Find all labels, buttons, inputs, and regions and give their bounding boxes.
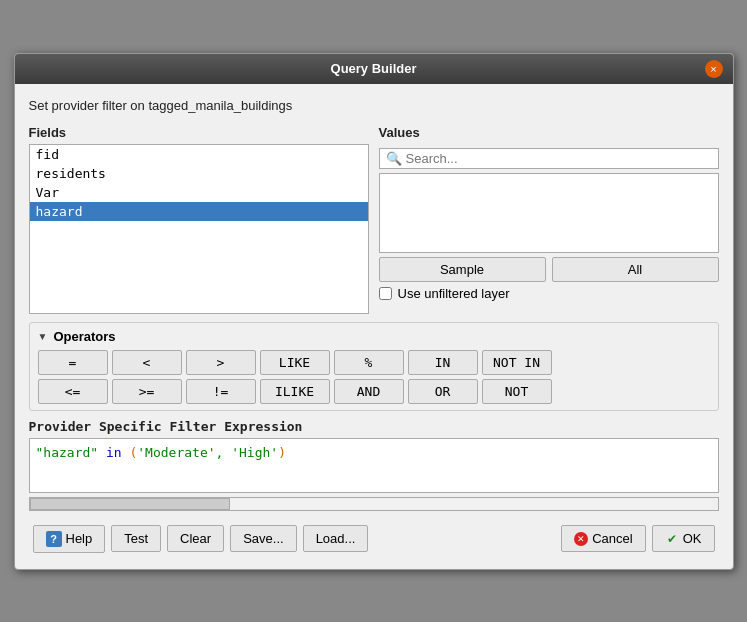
values-buttons: Sample All bbox=[379, 257, 719, 282]
clear-button[interactable]: Clear bbox=[167, 525, 224, 552]
load-label: Load... bbox=[316, 531, 356, 546]
title-bar: Query Builder × bbox=[15, 54, 733, 84]
dialog-body: Set provider filter on tagged_manila_bui… bbox=[15, 84, 733, 569]
operators-row-2: <= >= != ILIKE AND OR NOT bbox=[38, 379, 710, 404]
fields-label: Fields bbox=[29, 125, 369, 140]
operators-header: ▼ Operators bbox=[38, 329, 710, 344]
sample-button[interactable]: Sample bbox=[379, 257, 546, 282]
subtitle: Set provider filter on tagged_manila_bui… bbox=[29, 94, 719, 117]
clear-label: Clear bbox=[180, 531, 211, 546]
test-button[interactable]: Test bbox=[111, 525, 161, 552]
save-button[interactable]: Save... bbox=[230, 525, 296, 552]
query-builder-dialog: Query Builder × Set provider filter on t… bbox=[14, 53, 734, 570]
close-button[interactable]: × bbox=[705, 60, 723, 78]
cancel-button[interactable]: ✕ Cancel bbox=[561, 525, 645, 552]
op-equals[interactable]: = bbox=[38, 350, 108, 375]
save-label: Save... bbox=[243, 531, 283, 546]
load-button[interactable]: Load... bbox=[303, 525, 369, 552]
ok-icon: ✔ bbox=[665, 532, 679, 546]
cancel-icon: ✕ bbox=[574, 532, 588, 546]
help-label: Help bbox=[66, 531, 93, 546]
field-var[interactable]: Var bbox=[30, 183, 368, 202]
op-percent[interactable]: % bbox=[334, 350, 404, 375]
op-and[interactable]: AND bbox=[334, 379, 404, 404]
ok-button[interactable]: ✔ OK bbox=[652, 525, 715, 552]
op-lte[interactable]: <= bbox=[38, 379, 108, 404]
op-gte[interactable]: >= bbox=[112, 379, 182, 404]
all-button[interactable]: All bbox=[552, 257, 719, 282]
op-in[interactable]: IN bbox=[408, 350, 478, 375]
op-ilike[interactable]: ILIKE bbox=[260, 379, 330, 404]
expr-paren-close: ) bbox=[278, 445, 286, 460]
op-not[interactable]: NOT bbox=[482, 379, 552, 404]
help-button[interactable]: ? Help bbox=[33, 525, 106, 553]
search-input[interactable] bbox=[406, 151, 712, 166]
use-unfiltered-label: Use unfiltered layer bbox=[398, 286, 510, 301]
filter-expression-section: Provider Specific Filter Expression "haz… bbox=[29, 419, 719, 511]
fields-list[interactable]: fid residents Var hazard bbox=[29, 144, 369, 314]
collapse-arrow-icon[interactable]: ▼ bbox=[38, 331, 48, 342]
op-like[interactable]: LIKE bbox=[260, 350, 330, 375]
cancel-label: Cancel bbox=[592, 531, 632, 546]
values-label: Values bbox=[379, 125, 719, 140]
field-residents[interactable]: residents bbox=[30, 164, 368, 183]
filter-expression-label: Provider Specific Filter Expression bbox=[29, 419, 719, 434]
operators-grid: = < > LIKE % IN NOT IN <= >= != ILIKE AN… bbox=[38, 350, 710, 404]
operators-section: ▼ Operators = < > LIKE % IN NOT IN <= >=… bbox=[29, 322, 719, 411]
fields-column: Fields fid residents Var hazard bbox=[29, 125, 369, 314]
fields-values-section: Fields fid residents Var hazard Values 🔍… bbox=[29, 125, 719, 314]
expr-string2: 'Moderate', 'High' bbox=[137, 445, 278, 460]
scrollbar-thumb[interactable] bbox=[30, 498, 230, 510]
expression-text: "hazard" in ('Moderate', 'High') bbox=[36, 445, 286, 460]
use-unfiltered-row: Use unfiltered layer bbox=[379, 286, 719, 301]
search-icon: 🔍 bbox=[386, 151, 402, 166]
use-unfiltered-checkbox[interactable] bbox=[379, 287, 392, 300]
ok-label: OK bbox=[683, 531, 702, 546]
dialog-title: Query Builder bbox=[43, 61, 705, 76]
values-list[interactable] bbox=[379, 173, 719, 253]
operators-label: Operators bbox=[53, 329, 115, 344]
values-column: Values 🔍 Sample All Use unfiltered layer bbox=[379, 125, 719, 314]
bottom-buttons: ? Help Test Clear Save... Load... ✕ Canc… bbox=[29, 519, 719, 559]
operators-row-1: = < > LIKE % IN NOT IN bbox=[38, 350, 710, 375]
expr-string1: "hazard" bbox=[36, 445, 99, 460]
help-icon: ? bbox=[46, 531, 62, 547]
op-gt[interactable]: > bbox=[186, 350, 256, 375]
test-label: Test bbox=[124, 531, 148, 546]
field-fid[interactable]: fid bbox=[30, 145, 368, 164]
field-hazard[interactable]: hazard bbox=[30, 202, 368, 221]
op-not-in[interactable]: NOT IN bbox=[482, 350, 552, 375]
expr-keyword: in bbox=[98, 445, 129, 460]
op-ne[interactable]: != bbox=[186, 379, 256, 404]
op-or[interactable]: OR bbox=[408, 379, 478, 404]
search-box: 🔍 bbox=[379, 148, 719, 169]
expression-scrollbar[interactable] bbox=[29, 497, 719, 511]
expression-editor[interactable]: "hazard" in ('Moderate', 'High') bbox=[29, 438, 719, 493]
op-lt[interactable]: < bbox=[112, 350, 182, 375]
